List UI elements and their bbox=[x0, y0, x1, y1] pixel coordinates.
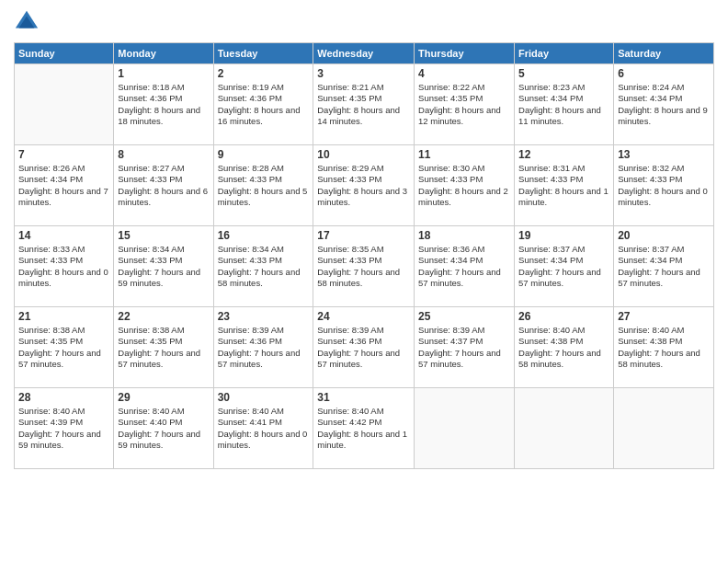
weekday-header-thursday: Thursday bbox=[415, 43, 515, 64]
day-number: 20 bbox=[618, 229, 710, 242]
week-row-5: 28Sunrise: 8:40 AM Sunset: 4:39 PM Dayli… bbox=[15, 388, 714, 469]
calendar-cell: 29Sunrise: 8:40 AM Sunset: 4:40 PM Dayli… bbox=[114, 388, 213, 469]
calendar-cell: 1Sunrise: 8:18 AM Sunset: 4:36 PM Daylig… bbox=[114, 64, 213, 145]
day-detail: Sunrise: 8:40 AM Sunset: 4:40 PM Dayligh… bbox=[118, 406, 209, 451]
calendar-cell: 20Sunrise: 8:37 AM Sunset: 4:34 PM Dayli… bbox=[614, 226, 714, 307]
day-number: 23 bbox=[218, 310, 310, 323]
day-detail: Sunrise: 8:30 AM Sunset: 4:33 PM Dayligh… bbox=[418, 163, 510, 208]
day-detail: Sunrise: 8:28 AM Sunset: 4:33 PM Dayligh… bbox=[218, 163, 310, 208]
day-number: 29 bbox=[118, 391, 209, 404]
day-detail: Sunrise: 8:37 AM Sunset: 4:34 PM Dayligh… bbox=[518, 244, 609, 289]
day-detail: Sunrise: 8:23 AM Sunset: 4:34 PM Dayligh… bbox=[518, 82, 609, 127]
weekday-header-friday: Friday bbox=[515, 43, 614, 64]
weekday-header-tuesday: Tuesday bbox=[213, 43, 313, 64]
day-detail: Sunrise: 8:29 AM Sunset: 4:33 PM Dayligh… bbox=[317, 163, 410, 208]
day-detail: Sunrise: 8:39 AM Sunset: 4:37 PM Dayligh… bbox=[418, 325, 510, 370]
day-detail: Sunrise: 8:24 AM Sunset: 4:34 PM Dayligh… bbox=[618, 82, 710, 127]
page: SundayMondayTuesdayWednesdayThursdayFrid… bbox=[0, 0, 728, 563]
day-number: 12 bbox=[518, 148, 609, 161]
day-number: 9 bbox=[218, 148, 310, 161]
week-row-4: 21Sunrise: 8:38 AM Sunset: 4:35 PM Dayli… bbox=[15, 307, 714, 388]
day-detail: Sunrise: 8:38 AM Sunset: 4:35 PM Dayligh… bbox=[18, 325, 109, 370]
day-detail: Sunrise: 8:32 AM Sunset: 4:33 PM Dayligh… bbox=[618, 163, 710, 208]
day-number: 17 bbox=[317, 229, 410, 242]
calendar-cell: 24Sunrise: 8:39 AM Sunset: 4:36 PM Dayli… bbox=[313, 307, 415, 388]
calendar-cell: 23Sunrise: 8:39 AM Sunset: 4:36 PM Dayli… bbox=[213, 307, 313, 388]
day-detail: Sunrise: 8:40 AM Sunset: 4:38 PM Dayligh… bbox=[618, 325, 710, 370]
day-number: 14 bbox=[18, 229, 109, 242]
calendar-cell: 8Sunrise: 8:27 AM Sunset: 4:33 PM Daylig… bbox=[114, 145, 213, 226]
day-number: 2 bbox=[218, 67, 310, 80]
day-detail: Sunrise: 8:21 AM Sunset: 4:35 PM Dayligh… bbox=[317, 82, 410, 127]
day-number: 10 bbox=[317, 148, 410, 161]
calendar: SundayMondayTuesdayWednesdayThursdayFrid… bbox=[14, 42, 714, 469]
calendar-cell: 15Sunrise: 8:34 AM Sunset: 4:33 PM Dayli… bbox=[114, 226, 213, 307]
day-number: 5 bbox=[518, 67, 609, 80]
weekday-header-saturday: Saturday bbox=[614, 43, 714, 64]
header bbox=[14, 9, 714, 35]
calendar-cell: 3Sunrise: 8:21 AM Sunset: 4:35 PM Daylig… bbox=[313, 64, 415, 145]
day-detail: Sunrise: 8:40 AM Sunset: 4:42 PM Dayligh… bbox=[317, 406, 410, 451]
weekday-header-monday: Monday bbox=[114, 43, 213, 64]
calendar-cell: 17Sunrise: 8:35 AM Sunset: 4:33 PM Dayli… bbox=[313, 226, 415, 307]
weekday-header-wednesday: Wednesday bbox=[313, 43, 415, 64]
calendar-cell: 2Sunrise: 8:19 AM Sunset: 4:36 PM Daylig… bbox=[213, 64, 313, 145]
day-detail: Sunrise: 8:35 AM Sunset: 4:33 PM Dayligh… bbox=[317, 244, 410, 289]
week-row-1: 1Sunrise: 8:18 AM Sunset: 4:36 PM Daylig… bbox=[15, 64, 714, 145]
day-number: 27 bbox=[618, 310, 710, 323]
day-detail: Sunrise: 8:31 AM Sunset: 4:33 PM Dayligh… bbox=[518, 163, 609, 208]
day-detail: Sunrise: 8:34 AM Sunset: 4:33 PM Dayligh… bbox=[118, 244, 209, 289]
day-detail: Sunrise: 8:40 AM Sunset: 4:38 PM Dayligh… bbox=[518, 325, 609, 370]
calendar-cell: 5Sunrise: 8:23 AM Sunset: 4:34 PM Daylig… bbox=[515, 64, 614, 145]
calendar-cell: 11Sunrise: 8:30 AM Sunset: 4:33 PM Dayli… bbox=[415, 145, 515, 226]
calendar-cell: 22Sunrise: 8:38 AM Sunset: 4:35 PM Dayli… bbox=[114, 307, 213, 388]
logo-icon bbox=[14, 9, 40, 35]
day-detail: Sunrise: 8:18 AM Sunset: 4:36 PM Dayligh… bbox=[118, 82, 209, 127]
day-number: 18 bbox=[418, 229, 510, 242]
calendar-cell: 21Sunrise: 8:38 AM Sunset: 4:35 PM Dayli… bbox=[15, 307, 114, 388]
calendar-cell: 25Sunrise: 8:39 AM Sunset: 4:37 PM Dayli… bbox=[415, 307, 515, 388]
day-number: 26 bbox=[518, 310, 609, 323]
calendar-cell: 4Sunrise: 8:22 AM Sunset: 4:35 PM Daylig… bbox=[415, 64, 515, 145]
calendar-cell: 27Sunrise: 8:40 AM Sunset: 4:38 PM Dayli… bbox=[614, 307, 714, 388]
calendar-cell: 19Sunrise: 8:37 AM Sunset: 4:34 PM Dayli… bbox=[515, 226, 614, 307]
day-detail: Sunrise: 8:40 AM Sunset: 4:39 PM Dayligh… bbox=[18, 406, 109, 451]
day-number: 13 bbox=[618, 148, 710, 161]
day-detail: Sunrise: 8:37 AM Sunset: 4:34 PM Dayligh… bbox=[618, 244, 710, 289]
calendar-cell: 16Sunrise: 8:34 AM Sunset: 4:33 PM Dayli… bbox=[213, 226, 313, 307]
day-number: 30 bbox=[218, 391, 310, 404]
day-number: 21 bbox=[18, 310, 109, 323]
calendar-cell: 9Sunrise: 8:28 AM Sunset: 4:33 PM Daylig… bbox=[213, 145, 313, 226]
day-detail: Sunrise: 8:27 AM Sunset: 4:33 PM Dayligh… bbox=[118, 163, 209, 208]
day-number: 8 bbox=[118, 148, 209, 161]
calendar-cell: 28Sunrise: 8:40 AM Sunset: 4:39 PM Dayli… bbox=[15, 388, 114, 469]
weekday-header-sunday: Sunday bbox=[15, 43, 114, 64]
calendar-cell: 6Sunrise: 8:24 AM Sunset: 4:34 PM Daylig… bbox=[614, 64, 714, 145]
calendar-cell: 30Sunrise: 8:40 AM Sunset: 4:41 PM Dayli… bbox=[213, 388, 313, 469]
day-number: 1 bbox=[118, 67, 209, 80]
day-detail: Sunrise: 8:33 AM Sunset: 4:33 PM Dayligh… bbox=[18, 244, 109, 289]
calendar-cell: 31Sunrise: 8:40 AM Sunset: 4:42 PM Dayli… bbox=[313, 388, 415, 469]
weekday-header-row: SundayMondayTuesdayWednesdayThursdayFrid… bbox=[15, 43, 714, 64]
calendar-cell: 13Sunrise: 8:32 AM Sunset: 4:33 PM Dayli… bbox=[614, 145, 714, 226]
day-detail: Sunrise: 8:34 AM Sunset: 4:33 PM Dayligh… bbox=[218, 244, 310, 289]
calendar-cell: 7Sunrise: 8:26 AM Sunset: 4:34 PM Daylig… bbox=[15, 145, 114, 226]
calendar-cell: 26Sunrise: 8:40 AM Sunset: 4:38 PM Dayli… bbox=[515, 307, 614, 388]
calendar-cell: 14Sunrise: 8:33 AM Sunset: 4:33 PM Dayli… bbox=[15, 226, 114, 307]
day-number: 25 bbox=[418, 310, 510, 323]
day-number: 22 bbox=[118, 310, 209, 323]
day-detail: Sunrise: 8:36 AM Sunset: 4:34 PM Dayligh… bbox=[418, 244, 510, 289]
day-number: 19 bbox=[518, 229, 609, 242]
day-number: 15 bbox=[118, 229, 209, 242]
day-detail: Sunrise: 8:40 AM Sunset: 4:41 PM Dayligh… bbox=[218, 406, 310, 451]
day-detail: Sunrise: 8:39 AM Sunset: 4:36 PM Dayligh… bbox=[317, 325, 410, 370]
day-number: 16 bbox=[218, 229, 310, 242]
day-number: 3 bbox=[317, 67, 410, 80]
logo bbox=[14, 9, 43, 35]
day-detail: Sunrise: 8:39 AM Sunset: 4:36 PM Dayligh… bbox=[218, 325, 310, 370]
week-row-2: 7Sunrise: 8:26 AM Sunset: 4:34 PM Daylig… bbox=[15, 145, 714, 226]
day-number: 28 bbox=[18, 391, 109, 404]
day-detail: Sunrise: 8:38 AM Sunset: 4:35 PM Dayligh… bbox=[118, 325, 209, 370]
day-number: 6 bbox=[618, 67, 710, 80]
day-detail: Sunrise: 8:22 AM Sunset: 4:35 PM Dayligh… bbox=[418, 82, 510, 127]
